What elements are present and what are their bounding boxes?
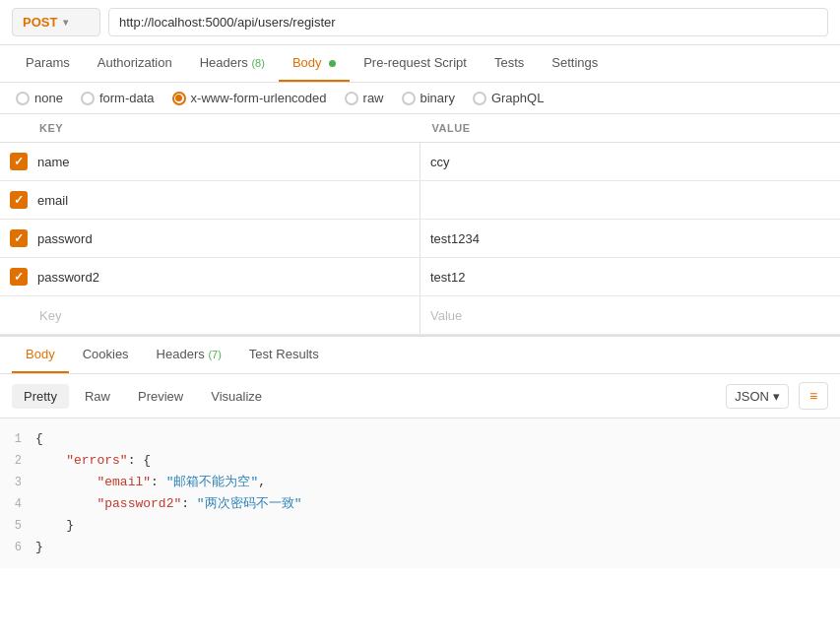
line-num-3: 3	[0, 473, 35, 492]
line-num-2: 2	[0, 451, 35, 471]
radio-graphql-circle	[473, 92, 486, 105]
tab-headers[interactable]: Headers (8)	[186, 45, 279, 82]
wrap-button[interactable]: ≡	[799, 382, 828, 410]
tab-pre-request[interactable]: Pre-request Script	[350, 45, 481, 82]
url-bar: POST ▾	[0, 0, 840, 45]
bottom-tab-headers[interactable]: Headers (7)	[143, 337, 235, 373]
row2-checkbox[interactable]	[10, 191, 28, 209]
row3-key: password	[37, 231, 93, 246]
table-row: email	[0, 181, 840, 220]
radio-raw-circle	[345, 92, 358, 105]
format-select[interactable]: JSON ▾	[726, 384, 789, 409]
code-content-1: {	[35, 429, 840, 449]
code-content-3: "email": "邮箱不能为空",	[35, 473, 840, 492]
params-table: KEY VALUE name ccy email	[0, 114, 840, 335]
code-viewer: 1 { 2 "errors": { 3 "email": "邮箱不能为空", 4…	[0, 419, 840, 568]
line-num-5: 5	[0, 516, 35, 536]
method-chevron: ▾	[63, 17, 68, 28]
format-select-chevron: ▾	[773, 389, 780, 404]
radio-raw[interactable]: raw	[345, 91, 384, 105]
top-tabs: Params Authorization Headers (8) Body Pr…	[0, 45, 840, 83]
table-row: password2 test12	[0, 258, 840, 296]
empty-value-placeholder: Value	[430, 308, 462, 323]
radio-binary[interactable]: binary	[402, 91, 455, 105]
row1-key: name	[37, 155, 70, 169]
line-num-1: 1	[0, 429, 35, 449]
code-content-2: "errors": {	[35, 451, 840, 471]
body-dot	[329, 60, 336, 67]
row2-key: email	[37, 193, 68, 208]
table-row: password test1234	[0, 220, 840, 258]
row4-checkbox[interactable]	[10, 268, 28, 286]
radio-none[interactable]: none	[16, 91, 63, 105]
method-select[interactable]: POST ▾	[12, 8, 100, 36]
radio-binary-circle	[402, 92, 416, 105]
format-tab-raw[interactable]: Raw	[73, 384, 122, 409]
radio-form-data-circle	[81, 92, 95, 105]
radio-none-circle	[16, 92, 30, 105]
bottom-tab-test-results[interactable]: Test Results	[235, 337, 333, 373]
format-row: Pretty Raw Preview Visualize JSON ▾ ≡	[0, 374, 840, 419]
bottom-section: Body Cookies Headers (7) Test Results Pr…	[0, 335, 840, 568]
bottom-tabs: Body Cookies Headers (7) Test Results	[0, 337, 840, 374]
empty-key-placeholder: Key	[39, 308, 61, 323]
format-tab-visualize[interactable]: Visualize	[199, 384, 274, 409]
row3-value: test1234	[430, 231, 480, 246]
bottom-tab-cookies[interactable]: Cookies	[69, 337, 143, 373]
code-content-6: }	[35, 538, 840, 557]
code-line-6: 6 }	[0, 537, 840, 558]
code-line-5: 5 }	[0, 515, 840, 537]
code-line-4: 4 "password2": "两次密码不一致"	[0, 493, 840, 515]
row4-key: password2	[37, 270, 99, 285]
format-tab-pretty[interactable]: Pretty	[12, 384, 69, 409]
value-column-header: VALUE	[420, 114, 841, 143]
method-label: POST	[23, 15, 57, 30]
tab-params[interactable]: Params	[12, 45, 84, 82]
code-line-2: 2 "errors": {	[0, 450, 840, 472]
row3-checkbox[interactable]	[10, 229, 28, 247]
code-content-4: "password2": "两次密码不一致"	[35, 494, 840, 514]
tab-tests[interactable]: Tests	[481, 45, 538, 82]
tab-settings[interactable]: Settings	[538, 45, 612, 82]
radio-urlencoded-circle	[172, 92, 186, 105]
radio-x-www-form-urlencoded[interactable]: x-www-form-urlencoded	[172, 91, 327, 105]
row1-checkbox[interactable]	[10, 153, 28, 170]
table-row: name ccy	[0, 143, 840, 181]
code-line-1: 1 {	[0, 428, 840, 450]
bottom-tab-body[interactable]: Body	[12, 337, 69, 373]
radio-graphql[interactable]: GraphQL	[473, 91, 544, 105]
url-input[interactable]	[108, 8, 828, 36]
format-select-value: JSON	[735, 389, 769, 404]
row4-value: test12	[430, 270, 465, 285]
row1-value: ccy	[430, 155, 450, 169]
line-num-6: 6	[0, 538, 35, 557]
radio-form-data[interactable]: form-data	[81, 91, 155, 105]
line-num-4: 4	[0, 494, 35, 514]
code-content-5: }	[35, 516, 840, 536]
tab-body[interactable]: Body	[279, 45, 350, 82]
format-tab-preview[interactable]: Preview	[126, 384, 195, 409]
tab-authorization[interactable]: Authorization	[84, 45, 186, 82]
code-line-3: 3 "email": "邮箱不能为空",	[0, 472, 840, 493]
key-column-header: KEY	[0, 114, 420, 143]
table-empty-row: Key Value	[0, 296, 840, 335]
body-type-row: none form-data x-www-form-urlencoded raw…	[0, 83, 840, 114]
